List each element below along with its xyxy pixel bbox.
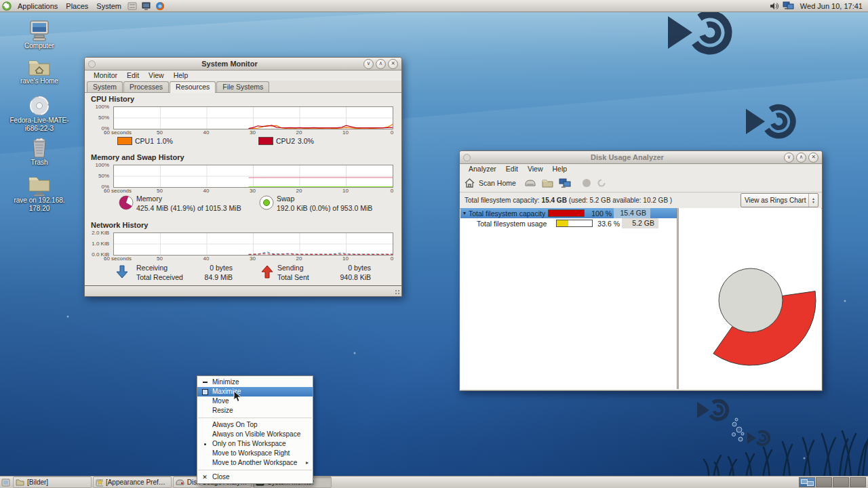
expander-icon[interactable]: ▼ [460, 211, 469, 216]
archive-launcher-icon[interactable] [127, 1, 137, 10]
menuitem-close[interactable]: ✕Close [197, 472, 313, 482]
desktop-icon-label: rave's Home [8, 77, 71, 85]
menuitem-only-this-workspace[interactable]: Only on This Workspace [197, 439, 313, 449]
sm-statusbar [85, 285, 401, 296]
show-desktop-icon[interactable] [1, 479, 10, 487]
scan-home-button[interactable]: Scan Home [464, 178, 516, 188]
network-icon[interactable] [783, 1, 794, 10]
dua-summary-row: Total filesystem capacity: 15.4 GB (used… [460, 192, 822, 209]
sm-titlebar[interactable]: System Monitor ∨ ∧ ✕ [85, 58, 401, 70]
tab-file-systems[interactable]: File Systems [216, 81, 269, 92]
sending-label: Sending [277, 264, 304, 272]
view-selector-dropdown[interactable]: View as Rings Chart ▲▼ [741, 193, 818, 207]
stop-button[interactable] [582, 178, 591, 188]
scan-filesystem-button[interactable] [524, 178, 536, 188]
usage-bar [556, 220, 593, 227]
spinner-arrows-icon[interactable]: ▲▼ [808, 194, 818, 207]
view-selector-value: View as Rings Chart [741, 197, 808, 204]
workspace-3[interactable] [833, 477, 849, 487]
memory-history-chart: 100%50%0% 60 seconds50403020100 [113, 165, 392, 186]
table-row-capacity[interactable]: ▼ Total filesystem capacity 100 % 15.4 G… [460, 208, 677, 218]
menuitem-move[interactable]: Move [197, 396, 313, 406]
cd-icon [28, 95, 50, 117]
volume-icon[interactable] [770, 2, 778, 10]
taskbar-button-appearance[interactable]: [Appearance Preferenc... [93, 476, 172, 488]
memory-history-heading: Memory and Swap History [91, 153, 184, 161]
close-icon: ✕ [201, 472, 209, 482]
workspace-4[interactable] [850, 477, 866, 487]
remote-icon [559, 178, 571, 188]
usage-bar [548, 209, 585, 217]
dua-close-button[interactable]: ✕ [808, 152, 818, 163]
network-history-chart: 2.0 KiB1.0 KiB0.0 KiB 60 seconds50403020… [113, 232, 392, 254]
tab-resources[interactable]: Resources [170, 81, 216, 93]
workspace-2[interactable] [816, 477, 832, 487]
desktop: Applications Places System Wed Jun 10, 1… [0, 0, 868, 488]
taskbar-button-bilder[interactable]: [Bilder] [13, 476, 92, 488]
menuitem-maximize[interactable]: Maximize [197, 387, 313, 396]
trash-icon [29, 137, 50, 159]
menuitem-always-visible-workspace[interactable]: Always on Visible Workspace [197, 430, 313, 439]
dua-menu-analyzer[interactable]: Analyzer [464, 164, 501, 174]
menuitem-always-on-top[interactable]: Always On Top [197, 420, 313, 430]
desktop-icon-remote-share[interactable]: rave on 192.168.178.20 [8, 175, 71, 213]
total-sent-label: Total Sent [277, 273, 309, 281]
sm-close-button[interactable]: ✕ [388, 59, 398, 69]
dua-menu-edit[interactable]: Edit [501, 164, 523, 174]
refresh-button[interactable] [597, 178, 606, 188]
menuitem-resize[interactable]: Resize [197, 406, 313, 415]
summary-detail: (used: 5.2 GB available: 10.2 GB ) [569, 197, 672, 204]
network-folder-icon [28, 175, 51, 197]
cpu2-value: 3.0% [298, 137, 314, 145]
scan-home-label: Scan Home [479, 179, 516, 187]
home-folder-icon [28, 57, 51, 77]
dua-shade-button[interactable]: ∨ [784, 152, 794, 163]
menuitem-minimize[interactable]: Minimize [197, 378, 313, 387]
baobab-icon [176, 479, 184, 486]
menu-places[interactable]: Places [62, 1, 92, 11]
workspace-1[interactable] [799, 477, 815, 487]
menuitem-move-workspace-right[interactable]: Move to Workspace Right [197, 449, 313, 458]
sm-menu-help[interactable]: Help [169, 70, 193, 80]
scan-remote-button[interactable] [559, 178, 571, 188]
rings-chart[interactable] [679, 208, 822, 388]
sm-menu-monitor[interactable]: Monitor [89, 70, 122, 80]
minimize-icon [201, 378, 209, 387]
menu-separator [198, 418, 312, 418]
cpu-plot-area [113, 106, 393, 129]
resize-grip[interactable] [394, 289, 400, 295]
screenshot-launcher-icon[interactable] [141, 1, 151, 10]
sm-maximize-button[interactable]: ∧ [376, 59, 386, 69]
firefox-icon[interactable] [155, 1, 165, 11]
sm-menu-view[interactable]: View [144, 70, 169, 80]
scan-folder-button[interactable] [542, 178, 553, 188]
menu-applications[interactable]: Applications [14, 1, 62, 11]
table-row-usage[interactable]: Total filesystem usage 33.6 % 5.2 GB [460, 218, 677, 228]
dua-menubar: Analyzer Edit View Help [460, 163, 822, 174]
desktop-icon-label: i686-22-3 [8, 125, 71, 133]
dua-menu-view[interactable]: View [523, 164, 548, 174]
menu-system[interactable]: System [92, 1, 125, 11]
desktop-icon-trash[interactable]: Trash [8, 137, 71, 167]
sm-shade-button[interactable]: ∨ [363, 59, 374, 69]
dua-maximize-button[interactable]: ∧ [796, 152, 806, 163]
dua-titlebar[interactable]: Disk Usage Analyzer ∨ ∧ ✕ [460, 151, 822, 164]
desktop-icon-home[interactable]: rave's Home [8, 57, 71, 85]
tab-system[interactable]: System [87, 81, 123, 92]
dua-menu-help[interactable]: Help [548, 164, 572, 174]
top-panel: Applications Places System Wed Jun 10, 1… [0, 0, 868, 12]
desktop-icon-label: rave on 192.168. [8, 197, 71, 205]
tab-processes[interactable]: Processes [123, 81, 169, 92]
desktop-icon-live-cd[interactable]: Fedora-Live-MATE-i686-22-3 [8, 95, 71, 133]
menuitem-move-another-workspace[interactable]: Move to Another Workspace▸ [197, 458, 313, 468]
clock[interactable]: Wed Jun 10, 17:41 [800, 2, 863, 10]
main-menu-icon[interactable] [2, 1, 12, 11]
memory-pie-icon [119, 195, 134, 210]
swap-dot-icon [259, 195, 274, 210]
sending-value: 0 bytes [323, 264, 371, 272]
desktop-icon-computer[interactable]: Computer [8, 19, 71, 50]
sm-menu-edit[interactable]: Edit [122, 70, 144, 80]
cpu-legend: CPU1 1.0% CPU2 3.0% [85, 137, 401, 146]
maximize-icon [201, 387, 209, 396]
network-history-heading: Network History [91, 221, 148, 229]
